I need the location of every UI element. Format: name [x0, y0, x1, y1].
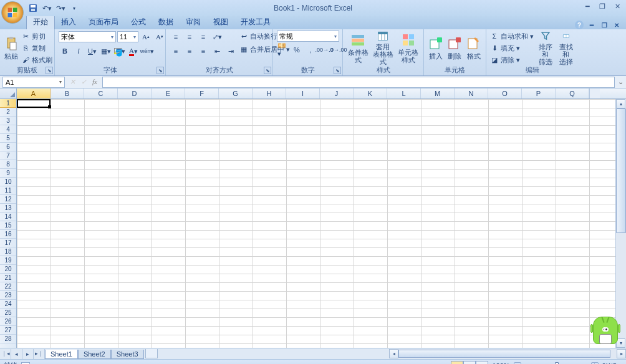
ribbon-close-icon[interactable]: ✕: [612, 21, 621, 29]
active-cell[interactable]: [17, 99, 51, 108]
cancel-formula-icon[interactable]: ✕: [67, 78, 77, 86]
row-header[interactable]: 4: [0, 125, 16, 134]
tab-insert[interactable]: 插入: [55, 15, 82, 29]
font-size-combo[interactable]: 11▾: [117, 31, 138, 42]
row-header[interactable]: 8: [0, 160, 16, 169]
align-right-button[interactable]: ≡: [197, 45, 209, 57]
column-header[interactable]: I: [286, 89, 320, 98]
column-header[interactable]: N: [455, 89, 488, 98]
format-cells-button[interactable]: 格式: [466, 31, 482, 65]
currency-button[interactable]: 💴▾: [277, 44, 289, 56]
row-header[interactable]: 20: [0, 265, 16, 274]
vertical-scrollbar[interactable]: ▴ ▾: [615, 99, 626, 348]
alignment-launcher[interactable]: ⬊: [264, 67, 271, 74]
number-launcher[interactable]: ⬊: [334, 67, 341, 74]
name-box[interactable]: A1▾: [2, 77, 65, 88]
qat-more-icon[interactable]: ▾: [69, 2, 80, 14]
row-header[interactable]: 7: [0, 151, 16, 160]
column-header[interactable]: A: [17, 89, 51, 98]
sheet-nav-last[interactable]: ▸｜: [34, 349, 45, 359]
row-header[interactable]: 15: [0, 221, 16, 230]
row-header[interactable]: 27: [0, 326, 16, 335]
select-all-button[interactable]: [0, 89, 17, 98]
save-icon[interactable]: [27, 2, 39, 14]
undo-icon[interactable]: ↶▾: [41, 2, 52, 14]
row-header[interactable]: 23: [0, 291, 16, 300]
row-header[interactable]: 12: [0, 195, 16, 204]
font-color-button[interactable]: A▾: [127, 45, 140, 57]
column-header[interactable]: F: [185, 89, 219, 98]
column-header[interactable]: P: [522, 89, 556, 98]
new-sheet-button[interactable]: [145, 349, 158, 358]
copy-button[interactable]: ⎘复制: [21, 42, 52, 54]
row-header[interactable]: 22: [0, 282, 16, 291]
page-layout-view-button[interactable]: ▤: [463, 361, 476, 365]
row-header[interactable]: 14: [0, 213, 16, 221]
column-header[interactable]: D: [118, 89, 152, 98]
number-format-combo[interactable]: 常规▾: [277, 31, 339, 42]
row-header[interactable]: 18: [0, 247, 16, 256]
zoom-level[interactable]: 100%: [492, 362, 509, 365]
row-header[interactable]: 19: [0, 256, 16, 265]
scroll-right-button[interactable]: ▸: [617, 349, 626, 358]
horizontal-scrollbar[interactable]: ◂ ▸: [389, 349, 626, 358]
delete-cells-button[interactable]: 删除: [446, 31, 463, 65]
italic-button[interactable]: I: [72, 45, 85, 57]
align-left-button[interactable]: ≡: [170, 45, 182, 57]
row-header[interactable]: 9: [0, 169, 16, 178]
row-header[interactable]: 28: [0, 335, 16, 343]
tab-view[interactable]: 视图: [207, 15, 234, 29]
autosum-button[interactable]: Σ自动求和▾: [490, 31, 534, 42]
minimize-ribbon-icon[interactable]: ━: [587, 21, 596, 29]
restore-button[interactable]: ❐: [597, 2, 607, 11]
sheet-tab[interactable]: Sheet3: [111, 350, 144, 359]
sheet-tab[interactable]: Sheet2: [78, 350, 111, 359]
column-header[interactable]: E: [152, 89, 185, 98]
align-bottom-button[interactable]: ≡: [197, 31, 209, 43]
macro-record-icon[interactable]: [21, 362, 30, 365]
vscroll-thumb[interactable]: [616, 108, 626, 233]
scroll-up-button[interactable]: ▴: [616, 99, 625, 108]
border-button[interactable]: ▦▾: [100, 45, 112, 57]
sheet-nav-first[interactable]: ｜◂: [0, 349, 11, 359]
bold-button[interactable]: B: [59, 45, 71, 57]
row-header[interactable]: 3: [0, 117, 16, 125]
column-header[interactable]: Q: [556, 89, 589, 98]
ribbon-restore-icon[interactable]: ❐: [600, 21, 609, 29]
row-header[interactable]: 16: [0, 230, 16, 239]
sheet-nav-next[interactable]: ▸: [22, 349, 34, 359]
shrink-font-button[interactable]: A▾: [153, 31, 166, 43]
tab-home[interactable]: 开始: [26, 14, 55, 29]
font-family-combo[interactable]: 宋体▾: [59, 31, 116, 42]
find-select-button[interactable]: 查找和 选择: [557, 31, 575, 65]
scroll-left-button[interactable]: ◂: [389, 349, 398, 358]
fx-icon[interactable]: fx: [90, 78, 100, 86]
column-header[interactable]: C: [84, 89, 118, 98]
align-middle-button[interactable]: ≡: [183, 31, 196, 43]
hscroll-thumb[interactable]: [398, 350, 610, 358]
tab-pagelayout[interactable]: 页面布局: [82, 15, 125, 29]
zoom-in-button[interactable]: +: [591, 362, 599, 365]
font-launcher[interactable]: ⬊: [156, 67, 164, 74]
help-icon[interactable]: ?: [575, 21, 584, 29]
row-header[interactable]: 24: [0, 300, 16, 309]
row-header[interactable]: 26: [0, 317, 16, 326]
dec-decimal-button[interactable]: .0→.00: [332, 44, 344, 56]
row-header[interactable]: 10: [0, 178, 16, 186]
fill-color-button[interactable]: 🪣▾: [113, 45, 126, 57]
cell-styles-button[interactable]: 单元格 样式: [397, 31, 420, 65]
sort-filter-button[interactable]: 排序和 筛选: [536, 31, 554, 65]
sheet-nav-prev[interactable]: ◂: [11, 349, 22, 359]
indent-inc-button[interactable]: ⇥: [224, 45, 237, 57]
row-header[interactable]: 11: [0, 186, 16, 195]
grow-font-button[interactable]: A▴: [140, 31, 152, 43]
sheet-tab[interactable]: Sheet1: [45, 350, 78, 359]
conditional-format-button[interactable]: 条件格式: [347, 31, 369, 65]
column-header[interactable]: L: [387, 89, 421, 98]
tab-developer[interactable]: 开发工具: [234, 15, 277, 29]
clipboard-launcher[interactable]: ⬊: [46, 67, 53, 74]
tab-review[interactable]: 审阅: [180, 15, 207, 29]
row-header[interactable]: 5: [0, 134, 16, 143]
row-header[interactable]: 13: [0, 204, 16, 213]
normal-view-button[interactable]: ▦: [451, 361, 463, 365]
